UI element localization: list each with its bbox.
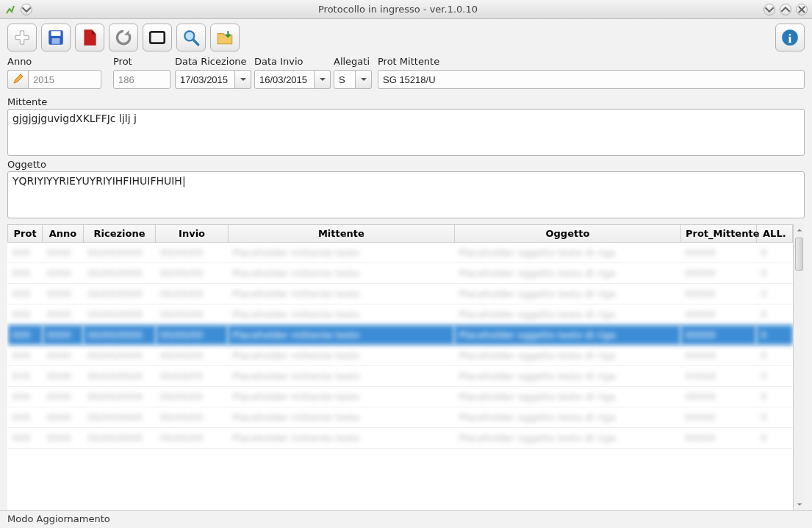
label-anno: Anno [7, 56, 110, 68]
form-row: Anno Prot Data Ricezione Data Invio [0, 56, 812, 93]
app-window: Protocollo in ingresso - ver.1.0.10 [0, 0, 812, 528]
label-allegati: Allegati [334, 56, 375, 68]
dropdown-allegati[interactable] [356, 70, 372, 89]
input-allegati[interactable] [334, 70, 356, 89]
col-oggetto[interactable]: Oggetto [454, 225, 680, 243]
svg-rect-7 [150, 32, 165, 43]
label-data-ricezione: Data Ricezione [175, 56, 251, 68]
col-prot-mittente[interactable]: Prot_Mittente [680, 225, 756, 243]
field-data-invio: Data Invio [254, 56, 331, 89]
col-invio[interactable]: Invio [156, 225, 229, 243]
refresh-button[interactable] [109, 24, 138, 51]
input-anno[interactable] [28, 70, 101, 89]
label-prot: Prot [113, 56, 172, 68]
col-prot[interactable]: Prot [8, 225, 43, 243]
label-oggetto: Oggetto [0, 156, 812, 171]
table-row[interactable]: 000000000/00/000000/00/00Placeholder mit… [8, 387, 793, 407]
table-row[interactable]: 000000000/00/000000/00/00Placeholder mit… [8, 325, 793, 346]
scroll-down-icon[interactable] [794, 499, 805, 510]
table-row[interactable]: 000000000/00/000000/00/00Placeholder mit… [8, 366, 793, 387]
open-folder-button[interactable] [210, 24, 240, 51]
field-allegati: Allegati [334, 56, 375, 89]
col-all[interactable]: ALL. [756, 225, 792, 243]
field-anno: Anno [7, 56, 110, 89]
input-prot-mittente[interactable] [378, 70, 805, 89]
maximize-button[interactable] [780, 4, 791, 15]
records-table-container: Prot Anno Ricezione Invio Mittente Ogget… [7, 224, 805, 510]
table-row[interactable]: 000000000/00/000000/00/00Placeholder mit… [8, 346, 793, 366]
dropdown-data-invio[interactable] [315, 70, 331, 89]
textarea-mittente[interactable] [7, 109, 805, 156]
info-button[interactable]: i [775, 24, 805, 51]
window-menu-button[interactable] [21, 4, 32, 15]
col-ricezione[interactable]: Ricezione [83, 225, 156, 243]
table-row[interactable]: 000000000/00/000000/00/00Placeholder mit… [8, 263, 793, 284]
table-row[interactable]: 000000000/00/000000/00/00Placeholder mit… [8, 304, 793, 325]
titlebar: Protocollo in ingresso - ver.1.0.10 [0, 0, 812, 19]
svg-rect-6 [52, 38, 60, 44]
app-icon [4, 4, 16, 15]
window-mode-button[interactable] [143, 24, 172, 51]
table-scrollbar[interactable] [793, 224, 805, 510]
dropdown-data-ricezione[interactable] [235, 70, 251, 89]
input-prot[interactable] [113, 70, 170, 89]
edit-anno-button[interactable] [7, 70, 28, 89]
table-header-row: Prot Anno Ricezione Invio Mittente Ogget… [8, 225, 793, 243]
records-table[interactable]: Prot Anno Ricezione Invio Mittente Ogget… [7, 224, 793, 510]
pdf-button[interactable] [75, 24, 104, 51]
new-button[interactable] [7, 24, 37, 51]
table-row[interactable]: 000000000/00/000000/00/00Placeholder mit… [8, 407, 793, 428]
label-mittente: Mittente [0, 93, 812, 109]
search-button[interactable] [176, 24, 206, 51]
statusbar: Modo Aggiornamento [0, 510, 812, 528]
svg-text:i: i [788, 32, 792, 46]
scroll-up-icon[interactable] [794, 224, 805, 236]
input-data-ricezione[interactable] [175, 70, 235, 89]
label-data-invio: Data Invio [254, 56, 331, 68]
col-mittente[interactable]: Mittente [228, 225, 454, 243]
input-data-invio[interactable] [254, 70, 315, 89]
window-title: Protocollo in ingresso - ver.1.0.10 [37, 4, 759, 15]
minimize-button[interactable] [764, 4, 775, 15]
svg-rect-5 [51, 31, 61, 36]
table-row[interactable]: 000000000/00/000000/00/00Placeholder mit… [8, 243, 793, 263]
table-row[interactable]: 000000000/00/000000/00/00Placeholder mit… [8, 428, 793, 449]
textarea-oggetto[interactable] [7, 171, 805, 218]
field-data-ricezione: Data Ricezione [175, 56, 251, 89]
label-prot-mittente: Prot Mittente [378, 56, 805, 68]
table-row[interactable]: 000000000/00/000000/00/00Placeholder mit… [8, 284, 793, 304]
col-anno[interactable]: Anno [43, 225, 83, 243]
close-button[interactable] [796, 4, 808, 15]
svg-rect-3 [15, 36, 28, 39]
toolbar: i [0, 19, 812, 56]
field-prot-mittente: Prot Mittente [378, 56, 805, 89]
scroll-thumb[interactable] [795, 238, 803, 271]
field-prot: Prot [113, 56, 172, 89]
save-button[interactable] [41, 24, 71, 51]
